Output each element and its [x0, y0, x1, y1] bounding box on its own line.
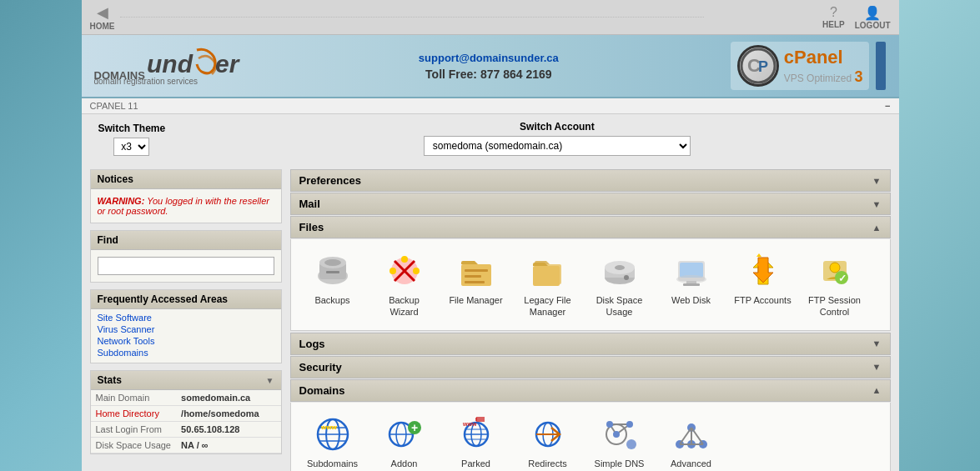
svg-point-8: [324, 259, 341, 266]
preferences-title: Preferences: [299, 174, 361, 187]
security-triangle: ▼: [872, 362, 882, 372]
help-button[interactable]: ? HELP: [822, 5, 845, 29]
logs-header[interactable]: Logs ▼: [290, 333, 891, 355]
right-content: Preferences ▼ Mail ▼ Files ▲: [290, 169, 891, 471]
find-title: Find: [98, 234, 118, 246]
logo-subtitle: domain registration services: [94, 77, 247, 86]
icon-file-manager-label: File Manager: [449, 294, 502, 306]
cpanel-label-bar: CPANEL 11 −: [82, 98, 899, 114]
find-input[interactable]: [98, 257, 274, 275]
svg-text:P: P: [758, 58, 768, 75]
minimize-btn[interactable]: −: [885, 101, 890, 111]
logout-button[interactable]: 👤 LOGOUT: [855, 5, 891, 30]
icon-ftp-accounts-label: FTP Accounts: [734, 294, 791, 306]
freq-link-virus-scanner[interactable]: Virus Scanner: [98, 324, 274, 334]
freq-links: Site Software Virus Scanner Network Tool…: [91, 309, 281, 363]
cpanel-version-label: CPANEL 11: [90, 101, 138, 111]
svg-point-26: [624, 275, 629, 280]
icon-parked-domains-label: Parked Domains: [446, 458, 506, 471]
stats-header: Stats ▼: [91, 371, 281, 390]
icon-subdomains[interactable]: www www Subdomains: [299, 411, 366, 471]
mail-triangle: ▼: [872, 199, 882, 209]
icon-parked-domains[interactable]: www Parked Domains: [443, 411, 510, 471]
svg-rect-30: [683, 283, 700, 286]
svg-text:www: www: [462, 421, 477, 427]
logs-title: Logs: [299, 338, 325, 350]
svg-point-70: [613, 431, 620, 438]
svg-text:✓: ✓: [838, 273, 847, 284]
logout-label: LOGOUT: [855, 21, 891, 30]
stats-body: Main Domain somedomain.ca Home Directory…: [91, 390, 281, 453]
svg-point-15: [389, 268, 396, 274]
stats-row-lastlogin: Last Login From 50.65.108.128: [91, 422, 281, 438]
svg-point-25: [615, 265, 625, 270]
vps-version: 3: [854, 68, 862, 85]
icon-backup-wizard-label: Backup Wizard: [374, 294, 435, 318]
domains-header[interactable]: Domains ▲: [290, 379, 891, 402]
stats-label-lastlogin: Last Login From: [91, 422, 177, 438]
preferences-triangle: ▼: [872, 176, 882, 186]
icon-advanced-dns[interactable]: Advanced DNS Zone: [658, 411, 725, 471]
svg-marker-34: [756, 253, 761, 257]
stats-row-diskspace: Disk Space Usage NA / ∞: [91, 438, 281, 453]
files-header[interactable]: Files ▲: [290, 216, 891, 238]
stats-value-diskspace: NA / ∞: [176, 438, 280, 453]
stats-table: Main Domain somedomain.ca Home Directory…: [91, 390, 281, 453]
icon-backups-label: Backups: [314, 294, 349, 306]
contact-info: support@domainsunder.ca Toll Free: 877 8…: [419, 52, 559, 81]
icon-backup-wizard[interactable]: Backup Wizard: [371, 248, 438, 322]
icon-ftp-accounts[interactable]: FTP Accounts: [730, 248, 797, 322]
freq-link-network-tools[interactable]: Network Tools: [98, 336, 274, 346]
vps-label: VPS Optimized: [784, 73, 852, 84]
home-label: HOME: [90, 22, 115, 31]
icon-legacy-file-manager[interactable]: Legacy File Manager: [515, 248, 581, 322]
home-button[interactable]: ◀ HOME: [90, 3, 115, 31]
svg-point-14: [413, 268, 420, 274]
stats-label-homedir: Home Directory: [91, 406, 177, 422]
files-triangle: ▲: [872, 223, 882, 233]
icon-disk-space-label: Disk Space Usage: [590, 294, 650, 318]
stats-label-domain: Main Domain: [91, 390, 177, 406]
svg-point-31: [676, 275, 706, 283]
svg-point-13: [401, 256, 408, 263]
security-title: Security: [299, 361, 342, 373]
svg-rect-19: [465, 281, 485, 283]
security-header[interactable]: Security ▼: [290, 356, 891, 378]
warning-message: WARNING: You logged in with the reseller…: [98, 196, 274, 216]
icon-ftp-session[interactable]: ✓ FTP Session Control: [802, 248, 868, 322]
freq-title: Frequently Accessed Areas: [98, 293, 229, 305]
support-email: support@domainsunder.ca: [419, 52, 559, 64]
freq-panel: Frequently Accessed Areas Site Software …: [90, 289, 282, 363]
icon-web-disk-label: Web Disk: [671, 294, 711, 306]
icon-addon-domains-label: Addon Domains: [374, 458, 435, 471]
switch-theme-select[interactable]: x3: [113, 138, 149, 156]
switch-account-label: Switch Account: [520, 121, 595, 133]
svg-rect-17: [465, 269, 488, 272]
icon-disk-space[interactable]: Disk Space Usage: [586, 248, 653, 322]
domains-title: Domains: [299, 384, 345, 397]
icon-backups[interactable]: Backups: [299, 248, 366, 322]
find-header: Find: [91, 231, 281, 250]
mail-header[interactable]: Mail ▼: [290, 193, 891, 215]
stats-triangle: ▼: [266, 376, 274, 385]
freq-link-subdomains[interactable]: Subdomains: [98, 348, 274, 358]
stats-value-lastlogin: 50.65.108.128: [176, 422, 280, 438]
freq-link-site-software[interactable]: Site Software: [98, 313, 274, 323]
icon-redirects[interactable]: Redirects: [515, 411, 581, 471]
stats-label-diskspace: Disk Space Usage: [91, 438, 177, 453]
icon-web-disk[interactable]: Web Disk: [658, 248, 725, 322]
icon-simple-dns[interactable]: Simple DNS Zone Editor: [586, 411, 653, 471]
stats-value-domain: somedomain.ca: [176, 390, 280, 406]
switch-account-select[interactable]: somedoma (somedomain.ca): [424, 136, 691, 156]
svg-text:www: www: [320, 423, 337, 431]
svg-point-69: [626, 421, 633, 428]
domains-triangle: ▲: [872, 385, 882, 395]
svg-point-68: [606, 421, 613, 428]
stats-value-homedir: /home/somedoma: [176, 406, 280, 422]
icon-addon-domains[interactable]: + Addon Domains: [371, 411, 438, 471]
icon-legacy-file-manager-label: Legacy File Manager: [518, 294, 578, 318]
icon-file-manager[interactable]: File Manager: [443, 248, 510, 322]
logo: DOMAINS und er domain registration servi…: [94, 46, 247, 86]
find-body: [91, 250, 281, 282]
preferences-header[interactable]: Preferences ▼: [290, 169, 891, 192]
